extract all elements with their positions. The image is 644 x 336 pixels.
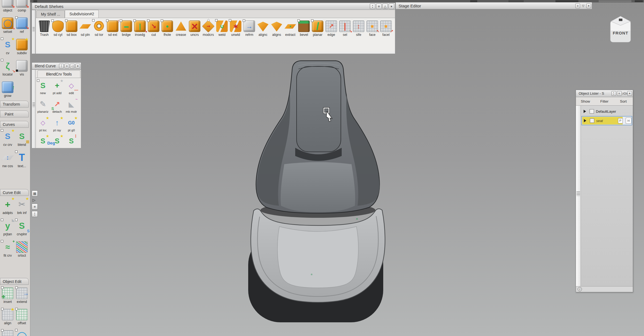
align-tool[interactable]: ★align: [2, 309, 13, 326]
addpts-tool[interactable]: +★addpts: [2, 199, 13, 216]
planar-tool[interactable]: /planar: [312, 21, 323, 52]
close-tool[interactable]: ◯close: [16, 330, 28, 336]
menu-show[interactable]: Show: [576, 99, 595, 103]
blend-tool[interactable]: S▦blend: [16, 131, 28, 147]
state-badge[interactable]: H: [626, 118, 631, 124]
layer-row-seat-selected[interactable]: seat P H: [581, 116, 632, 125]
refrm-tool[interactable]: →refrm: [244, 21, 255, 52]
closed-window-icon[interactable]: ⊠: [32, 190, 38, 196]
prjtan-tool[interactable]: y◣prjtan: [2, 220, 13, 237]
modcrs-tool[interactable]: ↗modcrs: [203, 21, 214, 52]
subdiv-tool[interactable]: ★subdiv: [16, 39, 28, 56]
palette-tab-curve-edit[interactable]: Curve Edit: [0, 189, 29, 196]
facel-tool[interactable]: ■↗facel: [380, 21, 392, 52]
window-menu-icon[interactable]: ≡: [376, 4, 382, 9]
pt-add-tool[interactable]: +★pt add: [52, 81, 62, 96]
edit-tool[interactable]: ◇—edit: [66, 81, 76, 96]
window-menu-icon[interactable]: ≡: [32, 204, 38, 210]
crease-tool[interactable]: crease: [175, 21, 187, 52]
tab-my-shelf[interactable]: My Shelf ...: [36, 10, 65, 18]
uncrs-tool[interactable]: ×uncrs: [189, 21, 200, 52]
window-menu-icon[interactable]: ≡: [65, 64, 69, 68]
expand-triangle-icon[interactable]: [584, 110, 588, 113]
palette-tab-object-edit[interactable]: Object Edit: [0, 278, 29, 285]
sd-box-tool[interactable]: sd box: [66, 21, 77, 52]
collapse-left-icon[interactable]: ◁: [70, 64, 75, 68]
trash-tool[interactable]: Trash: [39, 21, 50, 52]
grip-handle-icon[interactable]: [33, 27, 35, 31]
detach-tool[interactable]: ↗Sdetach: [52, 99, 62, 115]
cv-tool[interactable]: S★cv: [2, 39, 13, 56]
insert-tool[interactable]: +insert: [2, 288, 13, 305]
bevel-tool[interactable]: bevel: [298, 21, 310, 52]
collapse-icon[interactable]: △: [382, 4, 388, 9]
locator-tool[interactable]: ζ↘locator: [2, 60, 13, 77]
pickable-badge[interactable]: P: [618, 118, 623, 123]
close-icon[interactable]: ×: [586, 4, 591, 8]
layer-row-defaultlayer[interactable]: DefaultLayer: [582, 108, 632, 115]
fit-crv-tool[interactable]: ≈+fit crv: [2, 241, 13, 258]
extract-tool[interactable]: ▪extract: [285, 21, 296, 52]
cut-tool[interactable]: ↘cut: [148, 21, 159, 52]
close-icon[interactable]: ×: [75, 64, 80, 68]
aligns-tool[interactable]: ◠aligns: [271, 21, 282, 52]
fhole-tool[interactable]: ●fhole: [162, 21, 173, 52]
shelves-titlebar[interactable]: Default Shelves ⁚ ≡ △ ×: [32, 3, 395, 10]
close-icon[interactable]: ×: [389, 4, 394, 9]
blend-drag-strip[interactable]: [32, 69, 36, 148]
objed-tool[interactable]: ✎objed: [2, 330, 13, 336]
collapse-down-icon[interactable]: ▽: [581, 4, 586, 8]
vis-tool[interactable]: ■vis: [16, 60, 28, 77]
ref-tool[interactable]: ↘ref: [16, 18, 28, 34]
expand-triangle-icon[interactable]: ▷: [33, 198, 36, 202]
new-tool[interactable]: Snew: [38, 81, 48, 96]
selset-tool[interactable]: ◯↘selset: [2, 18, 13, 34]
face-tool[interactable]: ■↖face: [367, 21, 378, 52]
object-tool[interactable]: ↘object: [2, 0, 13, 13]
window-options-icon[interactable]: ⁚: [611, 91, 616, 96]
grip-handle-icon[interactable]: [33, 103, 35, 107]
sd-ext-tool[interactable]: ↑sd ext: [107, 21, 118, 52]
object-lister-titlebar[interactable]: Object Lister - S ⁚ ≡ yQa ×: [576, 90, 633, 97]
sd-tor-tool[interactable]: sd tor: [93, 21, 105, 52]
blendcrv-tools-tab[interactable]: BlendCrv Tools: [37, 70, 80, 78]
alignc-tool[interactable]: ◠alignc: [257, 21, 269, 52]
window-options-icon[interactable]: ⁚: [32, 211, 38, 217]
planariz-tool[interactable]: ✎planariz: [37, 99, 48, 115]
extend-tool[interactable]: →extend: [16, 288, 28, 305]
blend-titlebar[interactable]: Blend Curve ⁚ ≡ ◁ ×: [32, 62, 81, 69]
mk-mstr-tool[interactable]: ◣~mk mstr: [66, 99, 77, 115]
text-tool[interactable]: Ttext...: [16, 152, 28, 169]
grip-handle-icon[interactable]: [576, 192, 580, 196]
stage-editor-titlebar[interactable]: Stage Editor ≡ ▽ ×: [396, 2, 592, 9]
brk-inf-tool[interactable]: ✂★brk inf: [16, 199, 28, 216]
curve-dots-tool[interactable]: S⋮: [66, 136, 76, 145]
crvplnr-tool[interactable]: SScrvplnr: [16, 220, 28, 237]
window-options-icon[interactable]: ⁚: [370, 4, 375, 9]
curve-star-tool[interactable]: S★: [38, 136, 48, 145]
close-icon[interactable]: ×: [627, 91, 632, 96]
tab-subdivision2[interactable]: Subdivision#2: [65, 10, 99, 18]
edge-tool[interactable]: ↗edge: [326, 21, 337, 52]
unwld-tool[interactable]: ∗unwld: [230, 21, 241, 52]
grow-tool[interactable]: ↑grow: [2, 82, 13, 99]
pt-loc-tool[interactable]: ◇★pt loc: [38, 118, 48, 133]
view-cube[interactable]: FRONT: [607, 14, 634, 43]
comp-tool[interactable]: ↘comp: [16, 0, 28, 13]
layer-checkbox[interactable]: [590, 118, 594, 123]
layer-checkbox[interactable]: [590, 109, 594, 114]
cv-crv-tool[interactable]: S★cv crv: [2, 131, 13, 147]
window-options-icon[interactable]: ⁚: [59, 64, 64, 68]
insedg-tool[interactable]: |↘insedg: [134, 21, 146, 52]
brdge-tool[interactable]: ▬brdge: [121, 21, 132, 52]
menu-sort[interactable]: Sort: [614, 99, 633, 103]
sd-cyl-tool[interactable]: sd cyl: [52, 21, 64, 52]
shelf-drag-strip[interactable]: [32, 10, 36, 54]
palette-tab-transform[interactable]: Transform: [0, 101, 29, 108]
palette-tab-curves[interactable]: Curves: [0, 121, 29, 128]
pt-g0-tool[interactable]: G0★pt g0: [66, 118, 76, 133]
sd-pln-tool[interactable]: sd pln: [80, 21, 91, 52]
menu-filter[interactable]: Filter: [595, 99, 614, 103]
sel-tool[interactable]: |↘sel: [339, 21, 351, 52]
pt-ray-tool[interactable]: ↑★pt ray: [52, 118, 62, 133]
